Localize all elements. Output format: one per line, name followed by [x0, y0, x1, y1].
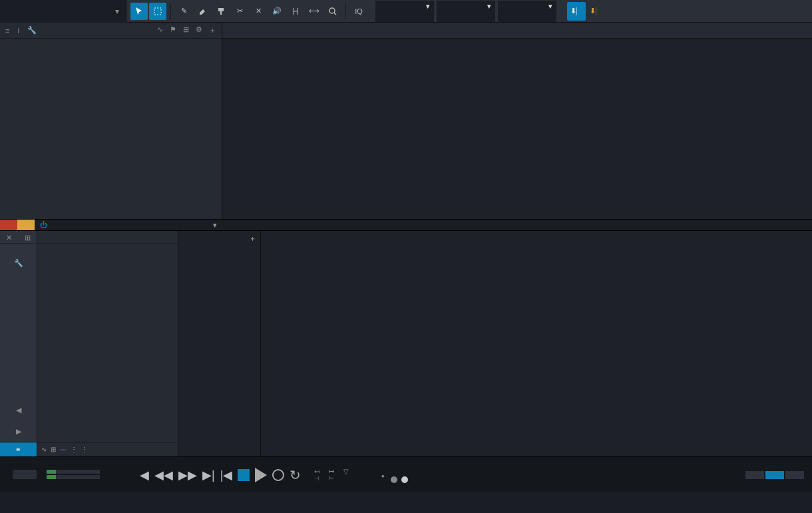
- tab-mix[interactable]: [765, 471, 784, 479]
- view-mode[interactable]: ▾: [52, 220, 222, 230]
- track-header-panel: ≡ i 🔧 ∿ ⚑ ⊞ ⚙ ＋: [0, 23, 222, 219]
- power-icon[interactable]: ⏻: [35, 220, 52, 230]
- tracklist-menu-icon[interactable]: ≡: [5, 27, 9, 35]
- quantize-select[interactable]: ▾: [375, 1, 434, 22]
- parameter-dropdown[interactable]: ▾: [0, 0, 126, 23]
- range-tool[interactable]: [149, 3, 166, 20]
- marker-icon[interactable]: ⬥: [381, 471, 385, 479]
- pencil-tool[interactable]: ✎: [175, 3, 192, 20]
- close-icon[interactable]: ✕: [0, 231, 19, 244]
- fx-button[interactable]: [60, 449, 67, 450]
- zoom-tool[interactable]: [324, 3, 341, 20]
- menu-start[interactable]: [604, 0, 623, 23]
- next-marker-button[interactable]: ▶|: [202, 468, 215, 482]
- performance-meter: [47, 470, 100, 480]
- midi-indicator: [8, 470, 41, 480]
- play-button[interactable]: [255, 468, 267, 482]
- snap-select[interactable]: ▾: [498, 1, 556, 22]
- return-button[interactable]: ⬇⎸: [587, 3, 604, 20]
- mute-tool[interactable]: ✕: [250, 3, 267, 20]
- channel-footer: ∿ ⊞ ⋮⋮: [37, 442, 178, 456]
- gear-icon[interactable]: ⚙: [196, 25, 202, 35]
- arrow-tool[interactable]: [130, 3, 148, 20]
- rewind-button[interactable]: ◀◀: [154, 468, 173, 482]
- add-instrument-icon[interactable]: ＋: [249, 234, 256, 244]
- wrench-icon[interactable]: 🔧: [27, 26, 37, 35]
- tab-edit[interactable]: [745, 471, 764, 479]
- record-button[interactable]: [272, 469, 284, 481]
- metronome-button[interactable]: ▽: [343, 468, 349, 482]
- autopunch-icon[interactable]: ↦⊢: [329, 468, 334, 482]
- io-label: [0, 244, 37, 252]
- top-toolbar: ▾ ✎ ✂ ✕ 🔊 ⟷ IQ ▾ ▾ ▾ ⬇⎸ ⬇⎸: [0, 0, 812, 23]
- chevron-right-icon[interactable]: ▶: [11, 423, 27, 439]
- stretch-tool[interactable]: ⟷: [305, 3, 323, 20]
- flag-icon[interactable]: ⚑: [170, 25, 176, 35]
- wave-view-icon[interactable]: ∿: [41, 446, 47, 453]
- timeline-ruler[interactable]: [222, 23, 812, 39]
- svg-rect-0: [154, 8, 161, 15]
- group-icon[interactable]: ⊞: [183, 25, 189, 35]
- eraser-tool[interactable]: [194, 3, 211, 20]
- goto-start-button[interactable]: |◀: [220, 468, 233, 482]
- menu-project[interactable]: [642, 0, 660, 23]
- console: ✕⊞ 🔧 ◀ ▶ ≡ ∿ ⊞ ⋮⋮ ＋: [0, 230, 812, 456]
- svg-rect-2: [220, 11, 222, 15]
- preroll-icon[interactable]: ↤⊣: [314, 468, 319, 482]
- forward-button[interactable]: ▶▶: [178, 468, 197, 482]
- global-ms-bar: ⏻ ▾: [0, 220, 812, 230]
- iq-tool[interactable]: IQ: [350, 3, 367, 20]
- info-icon[interactable]: i: [17, 27, 19, 35]
- global-mute[interactable]: [0, 220, 17, 230]
- autoscroll-button[interactable]: ⬇⎸: [567, 2, 586, 21]
- bend-tool[interactable]: [287, 3, 304, 20]
- global-solo[interactable]: [17, 220, 35, 230]
- stop-button[interactable]: [238, 469, 250, 481]
- svg-point-3: [329, 8, 335, 13]
- svg-rect-1: [218, 8, 224, 11]
- arrange-view[interactable]: [222, 23, 812, 219]
- list-view-button[interactable]: ≡: [0, 442, 37, 456]
- paint-tool[interactable]: [212, 3, 230, 20]
- tab-browse[interactable]: [785, 471, 804, 479]
- loop-button[interactable]: ↻: [290, 467, 301, 483]
- wrench-icon[interactable]: 🔧: [11, 255, 27, 271]
- instrument-panel: ＋: [178, 231, 261, 456]
- automation-icon[interactable]: ∿: [157, 25, 163, 35]
- split-tool[interactable]: ✂: [231, 3, 248, 20]
- add-track-icon[interactable]: ＋: [209, 25, 216, 35]
- timebase-select[interactable]: ▾: [437, 1, 495, 22]
- prev-marker-button[interactable]: ◀: [140, 468, 149, 482]
- chevron-left-icon[interactable]: ◀: [11, 402, 27, 418]
- speaker-tool[interactable]: 🔊: [268, 3, 286, 20]
- transport-bar: ◀ ◀◀ ▶▶ ▶| |◀ ↻ ↤⊣ ↦⊢ ▽ ⬥: [0, 456, 812, 492]
- menu-song[interactable]: [623, 0, 642, 23]
